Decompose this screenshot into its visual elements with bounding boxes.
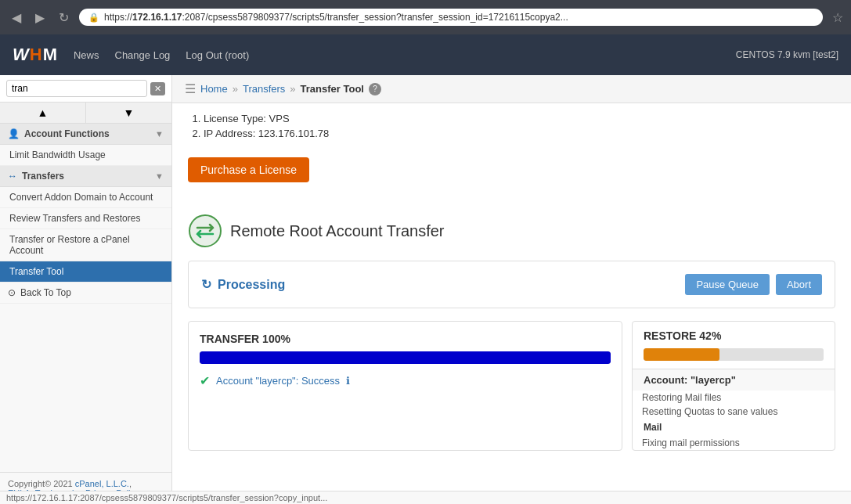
section-title: Remote Root Account Transfer — [188, 214, 835, 248]
license-item-1: License Type: VPS — [204, 113, 835, 124]
browser-chrome: ◀ ▶ ↻ 🔒 https://172.16.1.17:2087/cpsess5… — [0, 0, 851, 34]
content-area: ☰ Home » Transfers » Transfer Tool ? Lic… — [172, 75, 851, 504]
license-list: License Type: VPS IP Address: 123.176.10… — [204, 113, 835, 139]
help-icon[interactable]: ? — [369, 83, 381, 95]
server-info: CENTOS 7.9 kvm [test2] — [736, 49, 838, 60]
success-item: ✔ Account "layercp": Success ℹ — [200, 373, 611, 388]
svg-point-0 — [189, 215, 221, 247]
transfer-progress-title: TRANSFER 100% — [200, 333, 611, 345]
back-to-top-label: Back To Top — [20, 287, 71, 298]
breadcrumb: ☰ Home » Transfers » Transfer Tool ? — [172, 75, 851, 103]
transfer-icon — [188, 214, 222, 248]
back-to-top-icon: ⊙ — [8, 287, 16, 298]
bookmark-icon[interactable]: ☆ — [832, 10, 843, 25]
sidebar-item-convert-addon[interactable]: Convert Addon Domain to Account — [0, 187, 171, 208]
cpanel-link[interactable]: cPanel, L.L.C. — [75, 479, 129, 488]
back-button[interactable]: ◀ — [8, 9, 25, 27]
restore-log-item-1: Restoring Mail files — [633, 391, 835, 405]
nav-news[interactable]: News — [74, 49, 99, 61]
scroll-down-button[interactable]: ▼ — [86, 103, 171, 123]
search-bar: ✕ — [0, 75, 171, 103]
transfer-panel: TRANSFER 100% ✔ Account "layercp": Succe… — [188, 321, 622, 451]
success-text: Account "layercp": Success — [216, 375, 340, 387]
processing-box: ↻ Processing Pause Queue Abort — [188, 261, 835, 308]
security-icon: 🔒 — [88, 13, 99, 23]
sidebar: ✕ ▲ ▼ 👤 Account Functions ▼ Limit Bandwi… — [0, 75, 172, 504]
transfers-toggle: ▼ — [155, 171, 164, 181]
sidebar-toggle-icon[interactable]: ☰ — [185, 81, 196, 96]
purchase-license-button[interactable]: Purchase a License — [188, 157, 309, 182]
success-icon: ✔ — [200, 373, 210, 388]
progress-area: TRANSFER 100% ✔ Account "layercp": Succe… — [188, 321, 835, 451]
abort-button[interactable]: Abort — [776, 274, 822, 295]
search-clear-button[interactable]: ✕ — [150, 82, 165, 95]
section-heading: Remote Root Account Transfer — [230, 222, 444, 240]
address-bar[interactable]: 🔒 https://172.16.1.17:2087/cpsess5879809… — [79, 9, 823, 26]
nav-changelog[interactable]: Change Log — [115, 49, 171, 61]
restore-log-mail: Mail — [633, 419, 835, 436]
restore-account-label: Account: "layercp" — [633, 369, 835, 391]
account-functions-label: 👤 Account Functions — [8, 128, 110, 139]
sidebar-item-limit-bandwidth[interactable]: Limit Bandwidth Usage — [0, 145, 171, 166]
processing-text: Processing — [218, 278, 285, 292]
top-bar: WHM News Change Log Log Out (root) CENTO… — [0, 34, 851, 75]
nav-logout[interactable]: Log Out (root) — [186, 49, 249, 61]
breadcrumb-sep-2: » — [290, 83, 295, 95]
sidebar-section-transfers[interactable]: ↔ Transfers ▼ — [0, 166, 171, 187]
sidebar-section-account-functions[interactable]: 👤 Account Functions ▼ — [0, 124, 171, 145]
transfers-icon: ↔ — [8, 171, 17, 182]
top-nav: News Change Log Log Out (root) — [74, 49, 249, 61]
breadcrumb-current: Transfer Tool — [301, 83, 364, 95]
restore-log-item-2: Resetting Quotas to sane values — [633, 405, 835, 419]
status-bar: https://172.16.1.17:2087/cpsess587980937… — [0, 491, 851, 504]
license-info: License Type: VPS IP Address: 123.176.10… — [172, 103, 851, 201]
scroll-up-button[interactable]: ▲ — [0, 103, 86, 123]
restore-log-item-3: Fixing mail permissions — [633, 436, 835, 450]
info-icon[interactable]: ℹ — [346, 375, 350, 387]
sidebar-item-transfer-tool[interactable]: Transfer Tool — [0, 261, 171, 283]
breadcrumb-sep-1: » — [233, 83, 238, 95]
processing-label: ↻ Processing — [201, 277, 285, 292]
search-input[interactable] — [6, 80, 147, 97]
restore-panel: RESTORE 42% Account: "layercp" Restoring… — [632, 321, 835, 451]
back-to-top[interactable]: ⊙ Back To Top — [0, 283, 171, 304]
breadcrumb-home[interactable]: Home — [200, 83, 228, 95]
reload-button[interactable]: ↻ — [55, 9, 73, 27]
address-url: https://172.16.1.17:2087/cpsess587980937… — [104, 12, 568, 23]
restore-progress-title: RESTORE 42% — [633, 322, 835, 348]
account-functions-icon: 👤 — [8, 128, 20, 139]
breadcrumb-transfers[interactable]: Transfers — [243, 83, 285, 95]
transfers-label: ↔ Transfers — [8, 171, 64, 182]
sidebar-item-transfer-restore[interactable]: Transfer or Restore a cPanel Account — [0, 229, 171, 261]
sidebar-item-review-transfers[interactable]: Review Transfers and Restores — [0, 208, 171, 229]
processing-buttons: Pause Queue Abort — [685, 274, 822, 295]
restore-bar-container — [644, 348, 824, 361]
sidebar-scroll-buttons: ▲ ▼ — [0, 103, 171, 124]
license-item-2: IP Address: 123.176.101.78 — [204, 128, 835, 139]
transfer-section: Remote Root Account Transfer ↻ Processin… — [172, 201, 851, 463]
forward-button[interactable]: ▶ — [31, 9, 49, 27]
transfer-progress-bar — [200, 351, 611, 364]
processing-spinner-icon: ↻ — [201, 277, 211, 292]
transfer-progress-bar-container — [200, 351, 611, 364]
whm-logo: WHM — [13, 45, 58, 65]
account-functions-toggle: ▼ — [155, 129, 164, 139]
main-layout: ✕ ▲ ▼ 👤 Account Functions ▼ Limit Bandwi… — [0, 75, 851, 504]
restore-progress-bar — [644, 348, 719, 361]
pause-queue-button[interactable]: Pause Queue — [685, 274, 770, 295]
